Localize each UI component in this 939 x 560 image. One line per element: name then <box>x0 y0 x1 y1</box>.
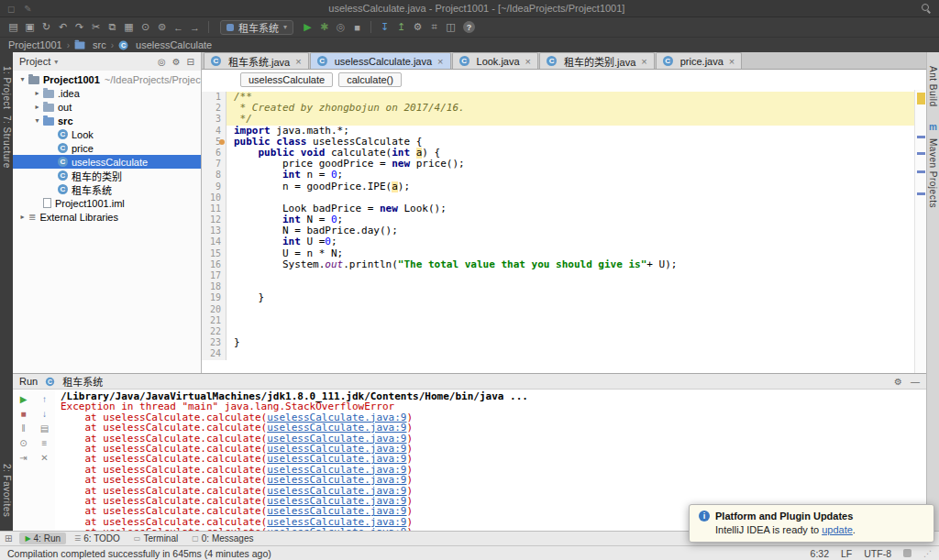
editor-tab[interactable]: CuselessCalculate.java× <box>310 52 451 69</box>
toolwindow-button-favorites[interactable]: 2: Favorites <box>2 464 12 517</box>
settings-gear-icon[interactable]: ⚙ <box>410 20 425 35</box>
line-number[interactable]: 8 <box>202 170 226 181</box>
line-number[interactable]: 22 <box>202 326 226 337</box>
tree-arrow-icon[interactable]: ▸ <box>31 103 43 111</box>
close-icon[interactable]: × <box>295 56 301 67</box>
line-number[interactable]: 3 <box>202 114 226 125</box>
line-number[interactable]: 10 <box>202 192 226 203</box>
toolwindows-icon[interactable]: ◫ <box>443 20 458 35</box>
breadcrumb-item[interactable]: CuselessCalculate <box>118 39 212 50</box>
console-settings-icon[interactable]: ≡ <box>36 436 53 450</box>
chevron-down-icon[interactable]: ▾ <box>54 58 58 66</box>
editor-tab[interactable]: Cprice.java× <box>656 52 743 69</box>
stack-up-icon[interactable]: ↑ <box>36 392 53 406</box>
encoding-indicator[interactable]: UTF-8 <box>864 548 891 559</box>
line-number[interactable]: 24 <box>202 348 226 359</box>
line-number[interactable]: 21 <box>202 315 226 326</box>
run-config-tab[interactable]: C 租车系统 <box>45 374 103 389</box>
hector-icon[interactable] <box>903 549 911 557</box>
toolwindows-switcher-icon[interactable]: ⊞ <box>5 533 12 544</box>
close-icon[interactable]: × <box>525 56 531 67</box>
rerun-icon[interactable]: ▶ <box>15 392 32 406</box>
settings-gear-icon[interactable]: ⚙ <box>172 57 181 67</box>
error-stripe[interactable] <box>914 90 926 373</box>
update-link[interactable]: update <box>822 524 853 535</box>
debug-icon[interactable]: ✱ <box>316 20 332 35</box>
open-icon[interactable]: ▤ <box>6 20 21 35</box>
notification-balloon[interactable]: i Platform and Plugin Updates IntelliJ I… <box>689 504 934 543</box>
cut-icon[interactable]: ✂ <box>88 20 104 35</box>
line-number[interactable]: 2 <box>202 103 226 114</box>
line-number[interactable]: 4 <box>202 126 226 137</box>
stack-down-icon[interactable]: ↓ <box>36 407 53 421</box>
project-structure-icon[interactable]: ⌗ <box>426 20 442 35</box>
vcs-commit-icon[interactable]: ↥ <box>393 20 409 35</box>
line-number[interactable]: 6 <box>202 148 226 159</box>
code-editor[interactable]: 1/**2 * Created by zhongbojun on 2017/4/… <box>202 90 926 373</box>
editor-tab[interactable]: C租车系统.java× <box>204 52 309 69</box>
toolwindow-button-structure[interactable]: 7: Structure <box>2 115 12 169</box>
hide-icon[interactable]: — <box>911 377 920 387</box>
line-number[interactable]: 14 <box>202 236 226 247</box>
editor-tab[interactable]: C租车的类别.java× <box>539 52 655 69</box>
line-number[interactable]: 11 <box>202 203 226 214</box>
toolwindow-tab[interactable]: ▢0: Messages <box>186 533 259 544</box>
editor-tab[interactable]: CLook.java× <box>452 52 539 69</box>
line-number[interactable]: 19 <box>202 292 226 303</box>
restore-layout-icon[interactable]: ▤ <box>36 422 53 435</box>
toolwindow-button-ant-build[interactable]: Ant Build <box>928 66 938 107</box>
stop-icon[interactable]: ■ <box>15 407 32 421</box>
line-number[interactable]: 20 <box>202 304 226 315</box>
pin-icon[interactable]: ⊙ <box>15 436 32 450</box>
redo-icon[interactable]: ↷ <box>72 20 87 35</box>
tree-item[interactable]: CuselessCalculate <box>13 155 201 169</box>
breadcrumb-class-chip[interactable]: uselessCalculate <box>240 72 333 87</box>
line-number[interactable]: 7 <box>202 159 226 170</box>
tree-item[interactable]: ▾src <box>13 114 201 127</box>
stop-icon[interactable]: ■ <box>349 20 365 35</box>
caret-position[interactable]: 6:32 <box>811 548 829 559</box>
settings-gear-icon[interactable]: ⚙ <box>894 377 902 387</box>
help-icon[interactable]: ? <box>463 21 475 33</box>
search-icon[interactable] <box>922 4 932 14</box>
toolwindow-tab[interactable]: ☰6: TODO <box>69 533 126 544</box>
line-number[interactable]: 13 <box>202 225 226 236</box>
tree-item[interactable]: C租车的类别 <box>13 169 201 182</box>
back-icon[interactable]: ← <box>171 20 186 35</box>
replace-icon[interactable]: ⊜ <box>154 20 170 35</box>
tree-item[interactable]: CLook <box>13 127 201 141</box>
line-number[interactable]: 18 <box>202 281 226 292</box>
locate-icon[interactable]: ◎ <box>158 57 166 67</box>
line-number[interactable]: 5 <box>202 137 226 148</box>
project-tree[interactable]: ▾Project1001~/IdeaProjects/Project1001▸.… <box>13 71 201 373</box>
tree-arrow-icon[interactable]: ▸ <box>17 213 28 221</box>
sync-icon[interactable]: ↻ <box>39 20 54 35</box>
undo-icon[interactable]: ↶ <box>55 20 71 35</box>
toolwindow-tab[interactable]: ▶4: Run <box>19 533 66 544</box>
line-ending-indicator[interactable]: LF <box>841 548 852 559</box>
tree-arrow-icon[interactable]: ▸ <box>31 89 43 97</box>
gutter-marker-icon[interactable] <box>219 139 225 145</box>
breadcrumb-item[interactable]: src <box>74 39 106 50</box>
tree-item[interactable]: C租车系统 <box>13 182 201 196</box>
line-number[interactable]: 12 <box>202 214 226 225</box>
line-number[interactable]: 16 <box>202 259 226 270</box>
breadcrumb-method-chip[interactable]: calculate() <box>338 72 402 87</box>
stripe-mark-warning[interactable] <box>917 93 925 104</box>
coverage-icon[interactable]: ◎ <box>333 20 348 35</box>
hide-panel-icon[interactable]: ⊟ <box>187 57 194 67</box>
scroll-to-end-icon[interactable]: ⇥ <box>15 451 32 465</box>
close-icon[interactable]: × <box>437 56 443 67</box>
line-number[interactable]: 1 <box>202 92 226 103</box>
close-icon[interactable]: × <box>729 56 735 67</box>
tree-arrow-icon[interactable]: ▾ <box>17 75 28 83</box>
tree-item[interactable]: ▸out <box>13 100 201 114</box>
tree-arrow-icon[interactable]: ▾ <box>31 116 43 125</box>
code-lines[interactable]: 1/**2 * Created by zhongbojun on 2017/4/… <box>202 90 914 373</box>
tree-item[interactable]: Cprice <box>13 141 201 155</box>
close-icon[interactable]: × <box>641 56 646 67</box>
forward-icon[interactable]: → <box>187 20 203 35</box>
tree-item[interactable]: ▸≣External Libraries <box>13 210 201 224</box>
run-icon[interactable]: ▶ <box>300 20 315 35</box>
stripe-mark-info[interactable] <box>917 170 925 173</box>
